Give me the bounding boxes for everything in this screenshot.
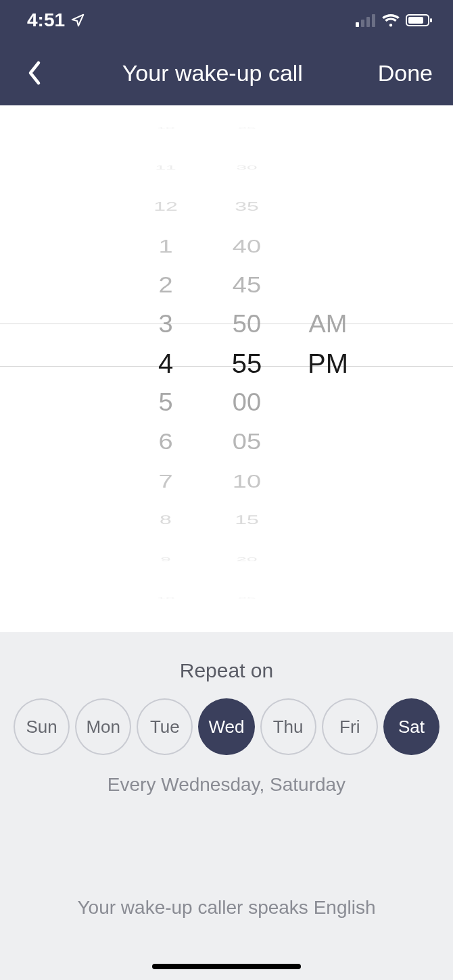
minute-selected: 55 <box>206 344 287 383</box>
day-toggle-mon[interactable]: Mon <box>75 698 131 755</box>
period-selected: PM <box>287 344 368 383</box>
hour-option: 10 <box>125 595 206 602</box>
minute-option: 25 <box>206 125 287 132</box>
minute-option: 40 <box>206 231 287 261</box>
hour-option: 8 <box>125 509 206 531</box>
hour-option: 12 <box>125 196 206 217</box>
minute-option: 50 <box>206 305 287 343</box>
hour-option: 6 <box>125 424 206 459</box>
page-title: Your wake-up call <box>47 60 378 86</box>
hour-option: 5 <box>125 384 206 421</box>
hour-option: 10 <box>125 125 206 132</box>
day-toggle-tue[interactable]: Tue <box>137 698 193 755</box>
status-bar: 4:51 <box>0 0 453 41</box>
battery-icon <box>406 14 433 27</box>
svg-rect-0 <box>356 22 359 27</box>
minute-option: 05 <box>206 424 287 459</box>
minute-option: 10 <box>206 466 287 496</box>
day-toggle-sat[interactable]: Sat <box>383 698 439 755</box>
minute-option: 35 <box>206 196 287 217</box>
svg-rect-1 <box>361 20 364 27</box>
svg-rect-3 <box>372 14 375 27</box>
minute-option: 30 <box>206 161 287 174</box>
hour-option: 7 <box>125 466 206 496</box>
hour-option: 3 <box>125 305 206 343</box>
repeat-label: Repeat on <box>14 659 439 682</box>
done-button[interactable]: Done <box>378 60 433 86</box>
hour-option: 9 <box>125 552 206 566</box>
status-time: 4:51 <box>27 9 65 31</box>
period-wheel[interactable]: AM PM <box>287 105 368 632</box>
period-option: AM <box>287 305 368 343</box>
hour-option: 2 <box>125 267 206 302</box>
back-button[interactable] <box>20 59 47 86</box>
days-row: Sun Mon Tue Wed Thu Fri Sat <box>14 698 439 755</box>
svg-rect-2 <box>366 17 370 27</box>
repeat-summary: Every Wednesday, Saturday <box>14 774 439 796</box>
time-picker[interactable]: 10 11 12 1 2 3 4 5 6 7 8 9 10 2 <box>0 105 453 632</box>
day-toggle-sun[interactable]: Sun <box>14 698 70 755</box>
hour-option: 11 <box>125 161 206 174</box>
minute-option: 00 <box>206 384 287 421</box>
day-toggle-thu[interactable]: Thu <box>260 698 316 755</box>
cell-signal-icon <box>356 14 376 27</box>
home-indicator <box>152 964 301 969</box>
hour-selected: 4 <box>125 344 206 383</box>
day-toggle-wed[interactable]: Wed <box>198 698 254 755</box>
location-icon <box>70 13 85 28</box>
minute-option: 20 <box>206 552 287 566</box>
wifi-icon <box>381 14 400 27</box>
minute-option: 25 <box>206 595 287 602</box>
minute-wheel[interactable]: 25 30 35 40 45 50 55 00 05 10 15 20 25 <box>206 105 287 632</box>
svg-rect-6 <box>430 18 432 22</box>
minute-option: 45 <box>206 267 287 302</box>
hour-wheel[interactable]: 10 11 12 1 2 3 4 5 6 7 8 9 10 <box>125 105 206 632</box>
minute-option: 15 <box>206 509 287 531</box>
repeat-panel: Repeat on Sun Mon Tue Wed Thu Fri Sat Ev… <box>0 632 453 980</box>
caller-language: Your wake-up caller speaks English <box>14 897 439 919</box>
day-toggle-fri[interactable]: Fri <box>322 698 378 755</box>
hour-option: 1 <box>125 231 206 261</box>
svg-rect-5 <box>408 17 423 24</box>
